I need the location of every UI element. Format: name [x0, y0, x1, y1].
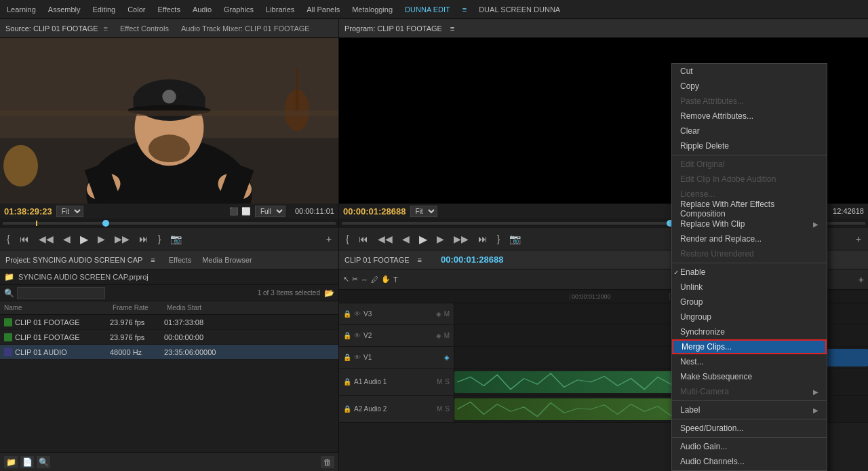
- timeline-tool-razor[interactable]: ✂: [352, 275, 358, 284]
- track-a2-solo-icon[interactable]: S: [445, 405, 450, 413]
- timeline-tool-type[interactable]: T: [393, 276, 398, 284]
- program-go-end-btn[interactable]: ⏭: [475, 232, 490, 246]
- nav-item-audio[interactable]: Audio: [193, 5, 212, 14]
- source-scrub-timeline[interactable]: [0, 219, 338, 228]
- menu-item-synchronize[interactable]: Synchronize: [672, 324, 827, 339]
- nav-item-editing[interactable]: Editing: [93, 5, 116, 14]
- program-camera-btn[interactable]: 📷: [507, 232, 524, 246]
- track-v1-lock-icon[interactable]: 🔒: [343, 354, 351, 361]
- nav-item-learning[interactable]: Learning: [7, 5, 36, 14]
- new-item-btn[interactable]: 📄: [20, 456, 34, 468]
- nav-menu-icon[interactable]: ≡: [462, 5, 467, 14]
- program-mark-in-btn[interactable]: {: [343, 232, 352, 246]
- menu-item-replace-ae[interactable]: Replace With After Effects Composition: [672, 202, 827, 216]
- source-camera-btn[interactable]: 📷: [167, 232, 184, 246]
- track-v2-sync-icon[interactable]: ◈: [436, 332, 441, 339]
- timeline-tool-pen[interactable]: 🖊: [371, 276, 378, 284]
- nav-item-color[interactable]: Color: [127, 5, 145, 14]
- source-monitor-menu-icon[interactable]: ≡: [104, 24, 108, 33]
- table-row[interactable]: CLIP 01 FOOTAGE 23.976 fps 01:37:33:08: [0, 315, 338, 330]
- track-v2-mute-icon[interactable]: M: [444, 332, 450, 339]
- source-mark-out-btn[interactable]: }: [155, 232, 164, 246]
- menu-item-audio-channels[interactable]: Audio Channels...: [672, 454, 827, 469]
- menu-item-enable[interactable]: Enable: [672, 265, 827, 280]
- timeline-tool-slip[interactable]: ↔: [361, 276, 368, 284]
- source-play-btn[interactable]: ▶: [77, 231, 91, 247]
- track-v3-mute-icon[interactable]: M: [444, 310, 450, 318]
- track-a1-solo-icon[interactable]: S: [445, 378, 450, 385]
- program-next-frame-btn[interactable]: ▶: [434, 232, 447, 246]
- audio-track-mixer-tab[interactable]: Audio Track Mixer: CLIP 01 FOOTAGE: [181, 24, 310, 33]
- program-prev-frame-btn[interactable]: ◀: [399, 232, 412, 246]
- timeline-tool-hand[interactable]: ✋: [381, 275, 391, 284]
- menu-item-nest[interactable]: Nest...: [672, 354, 827, 369]
- source-prev-frame-btn[interactable]: ◀: [60, 232, 73, 246]
- track-v1-eye-icon[interactable]: 👁: [354, 354, 361, 361]
- program-go-start-btn[interactable]: ⏮: [356, 232, 371, 246]
- nav-item-assembly[interactable]: Assembly: [48, 5, 81, 14]
- effects-tab[interactable]: Effects: [169, 256, 191, 264]
- program-fit-select[interactable]: Fit: [410, 206, 437, 217]
- source-icon-1[interactable]: ⬛: [229, 207, 239, 216]
- program-step-fwd-btn[interactable]: ▶▶: [451, 232, 471, 246]
- menu-item-audio-gain[interactable]: Audio Gain...: [672, 439, 827, 454]
- menu-item-ungroup[interactable]: Ungroup: [672, 309, 827, 324]
- new-bin-btn[interactable]: 📁: [4, 456, 18, 468]
- nav-item-all-panels[interactable]: All Panels: [307, 5, 340, 14]
- delete-btn[interactable]: 🗑: [321, 456, 334, 468]
- track-a1-lock-icon[interactable]: 🔒: [343, 378, 351, 385]
- timeline-timecode[interactable]: 00:00:01:28688: [441, 255, 504, 265]
- col-header-fps[interactable]: Frame Rate: [113, 304, 167, 312]
- source-step-fwd-btn[interactable]: ▶▶: [112, 232, 132, 246]
- source-icon-2[interactable]: ⬜: [241, 207, 251, 216]
- track-v3-eye-icon[interactable]: 👁: [354, 310, 361, 318]
- source-add-btn[interactable]: +: [323, 232, 334, 246]
- nav-item-metalogging[interactable]: Metalogging: [352, 5, 393, 14]
- program-mark-out-btn[interactable]: }: [494, 232, 503, 246]
- track-v1-sync-icon[interactable]: ◈: [444, 354, 450, 361]
- nav-item-graphics[interactable]: Graphics: [224, 5, 254, 14]
- source-scrub-handle[interactable]: [102, 220, 109, 227]
- program-play-btn[interactable]: ▶: [416, 231, 430, 247]
- source-mark-in-btn[interactable]: {: [4, 232, 13, 246]
- menu-item-group[interactable]: Group: [672, 295, 827, 309]
- menu-item-make-subsequence[interactable]: Make Subsequence: [672, 369, 827, 384]
- menu-item-merge-clips[interactable]: Merge Clips...: [672, 339, 827, 354]
- col-header-start[interactable]: Media Start: [167, 304, 334, 312]
- source-next-frame-btn[interactable]: ▶: [95, 232, 108, 246]
- project-panel-menu-icon[interactable]: ≡: [151, 256, 155, 264]
- track-v3-lock-icon[interactable]: 🔒: [343, 310, 351, 318]
- nav-item-dual-screen[interactable]: DUAL SCREEN DUNNA: [479, 5, 560, 14]
- track-v2-lock-icon[interactable]: 🔒: [343, 332, 351, 339]
- program-monitor-menu-icon[interactable]: ≡: [450, 24, 454, 33]
- source-timecode[interactable]: 01:38:29:23: [4, 206, 52, 216]
- source-go-end-btn[interactable]: ⏭: [136, 232, 151, 246]
- track-a2-lock-icon[interactable]: 🔒: [343, 405, 351, 413]
- project-icon-folder-new[interactable]: 📂: [324, 288, 334, 298]
- track-v3-sync-icon[interactable]: ◈: [436, 310, 441, 318]
- track-a2-mute-icon[interactable]: M: [437, 405, 442, 413]
- find-btn[interactable]: 🔍: [37, 456, 50, 468]
- menu-item-clear[interactable]: Clear: [672, 124, 827, 138]
- menu-item-unlink[interactable]: Unlink: [672, 280, 827, 295]
- nav-item-dunna-edit[interactable]: DUNNA EDIT: [405, 5, 450, 14]
- menu-item-remove-attributes[interactable]: Remove Attributes...: [672, 109, 827, 124]
- menu-item-replace-clip[interactable]: Replace With Clip ▶: [672, 216, 827, 231]
- timeline-add-track-btn[interactable]: +: [859, 274, 864, 285]
- menu-item-label[interactable]: Label ▶: [672, 402, 827, 417]
- nav-item-libraries[interactable]: Libraries: [266, 5, 294, 14]
- table-row[interactable]: CLIP 01 AUDIO 48000 Hz 23:35:06:00000: [0, 345, 338, 360]
- col-header-name[interactable]: Name: [4, 304, 113, 312]
- track-a1-mute-icon[interactable]: M: [437, 378, 442, 385]
- source-go-start-btn[interactable]: ⏮: [17, 232, 32, 246]
- program-step-back-btn[interactable]: ◀◀: [375, 232, 395, 246]
- program-add-btn[interactable]: +: [853, 232, 864, 246]
- nav-item-effects[interactable]: Effects: [157, 5, 180, 14]
- source-full-select[interactable]: Full: [255, 206, 285, 217]
- effect-controls-tab[interactable]: Effect Controls: [120, 24, 169, 33]
- media-browser-tab[interactable]: Media Browser: [202, 256, 252, 264]
- timeline-tool-select[interactable]: ↖: [343, 275, 349, 284]
- menu-item-render-replace[interactable]: Render and Replace...: [672, 231, 827, 246]
- track-v2-eye-icon[interactable]: 👁: [354, 332, 361, 339]
- source-fit-select[interactable]: Fit: [56, 206, 83, 217]
